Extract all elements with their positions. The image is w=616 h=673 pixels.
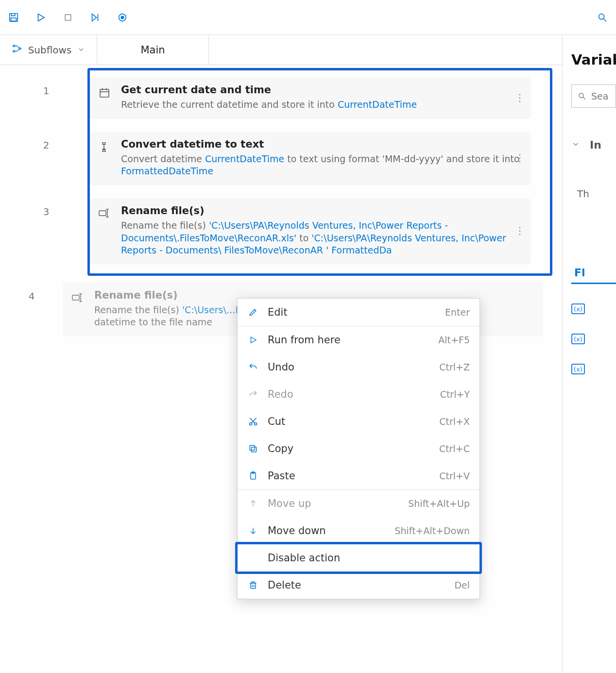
save-icon[interactable] [7, 11, 20, 24]
rename-icon [72, 289, 86, 305]
svg-point-9 [13, 50, 15, 52]
svg-point-5 [121, 16, 124, 19]
svg-point-26 [250, 423, 252, 425]
rename-icon [99, 205, 112, 221]
ctx-cut[interactable]: Cut Ctrl+X [238, 408, 479, 435]
step-row[interactable]: 3 Rename file(s) Rename the file(s) 'C:\… [2, 191, 550, 270]
variables-search-placeholder: Sea [591, 91, 608, 101]
ctx-run-from-here[interactable]: Run from here Alt+F5 [238, 326, 479, 353]
action-desc: Rename the file(s) 'C:\Users\PA\Reynolds… [121, 219, 522, 257]
svg-rect-1 [11, 17, 17, 20]
action-desc: Retrieve the current datetime and store … [121, 99, 522, 111]
more-icon[interactable]: ⋮ [515, 152, 525, 164]
more-icon[interactable]: ⋮ [515, 225, 525, 236]
ctx-move-up: Move up Shift+Alt+Up [238, 490, 479, 517]
selection-box: 1 Get current date and time Retrieve the… [87, 68, 552, 276]
ctx-undo[interactable]: Undo Ctrl+Z [238, 353, 479, 381]
paste-icon [247, 471, 259, 481]
svg-line-39 [583, 97, 585, 100]
edit-icon [247, 307, 259, 317]
convert-icon [99, 138, 112, 155]
svg-line-7 [604, 18, 607, 21]
variables-message: Th [571, 188, 616, 200]
chevron-down-icon [77, 44, 85, 56]
tabs-row: Subflows Main [0, 35, 562, 65]
arrow-down-icon [247, 526, 259, 535]
arrow-up-icon [247, 499, 259, 508]
copy-icon [247, 444, 259, 454]
action-title: Rename file(s) [121, 205, 522, 217]
designer-panel: Subflows Main 1 [0, 35, 563, 673]
cut-icon [247, 417, 259, 426]
ctx-move-down[interactable]: Move down Shift+Alt+Down [238, 517, 479, 544]
search-icon[interactable] [596, 11, 609, 24]
variables-panel: Variabl Sea In Th Fl (x) (x) (x) [563, 35, 616, 673]
variable-item[interactable]: (x) [571, 334, 585, 344]
svg-rect-2 [65, 15, 71, 20]
variables-title: Variabl [571, 35, 616, 68]
svg-rect-28 [252, 447, 257, 452]
line-number: 2 [2, 132, 90, 151]
toolbar [0, 0, 616, 35]
redo-icon [247, 389, 259, 399]
tab-main[interactable]: Main [97, 35, 209, 65]
line-number: 4 [0, 283, 63, 302]
variables-group-in[interactable]: In [571, 139, 616, 151]
action-card[interactable]: Rename file(s) Rename the file(s) 'C:\Us… [90, 198, 530, 264]
svg-rect-11 [100, 89, 109, 97]
subflows-label: Subflows [28, 44, 72, 56]
step-row[interactable]: 2 Convert datetime to text Convert datet… [2, 125, 550, 191]
undo-icon [247, 362, 259, 372]
step-row[interactable]: 1 Get current date and time Retrieve the… [2, 70, 550, 125]
svg-point-6 [599, 14, 604, 19]
variables-search[interactable]: Sea [571, 84, 616, 108]
action-card[interactable]: Convert datetime to text Convert datetim… [90, 132, 530, 185]
subflow-icon [12, 43, 22, 56]
svg-rect-15 [103, 142, 105, 144]
action-title: Convert datetime to text [121, 138, 522, 150]
action-title: Get current date and time [121, 84, 522, 96]
svg-point-27 [255, 423, 257, 425]
subflows-dropdown[interactable]: Subflows [0, 35, 97, 65]
variable-item[interactable]: (x) [571, 364, 585, 374]
variables-tab-flow[interactable]: Fl [571, 267, 616, 284]
svg-rect-22 [72, 295, 79, 300]
context-menu: Edit Enter Run from here Alt+F5 Undo Ctr… [237, 298, 480, 599]
svg-rect-29 [250, 445, 255, 450]
calendar-icon [99, 84, 112, 101]
ctx-paste[interactable]: Paste Ctrl+V [238, 462, 479, 489]
line-number: 1 [2, 77, 90, 97]
ctx-disable-action[interactable]: Disable action [235, 542, 482, 574]
run-next-icon[interactable] [88, 11, 102, 24]
ctx-copy[interactable]: Copy Ctrl+C [238, 435, 479, 462]
run-icon[interactable] [34, 11, 48, 24]
chevron-down-icon [571, 139, 580, 151]
ctx-redo: Redo Ctrl+Y [238, 381, 479, 408]
recorder-icon[interactable] [116, 11, 129, 24]
svg-point-38 [579, 93, 583, 98]
svg-rect-34 [251, 583, 256, 589]
action-card[interactable]: Get current date and time Retrieve the c… [90, 77, 530, 118]
line-number: 3 [2, 198, 90, 218]
ctx-edit[interactable]: Edit Enter [238, 299, 479, 326]
svg-rect-18 [99, 211, 106, 216]
more-icon[interactable]: ⋮ [515, 92, 525, 103]
ctx-delete[interactable]: Delete Del [238, 572, 479, 599]
stop-icon[interactable] [61, 11, 75, 24]
variable-item[interactable]: (x) [571, 303, 585, 314]
play-icon [247, 336, 259, 344]
svg-point-8 [13, 45, 15, 47]
delete-icon [247, 580, 259, 590]
steps-area: 1 Get current date and time Retrieve the… [0, 65, 562, 673]
action-desc: Convert datetime CurrentDateTime to text… [121, 153, 522, 178]
